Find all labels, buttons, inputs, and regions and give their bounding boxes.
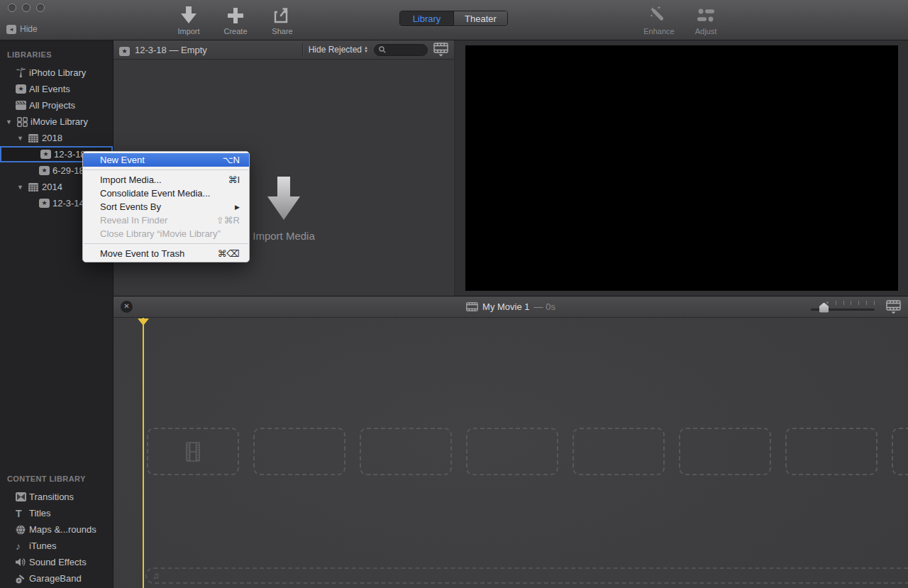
clip-placeholder (253, 428, 345, 475)
menu-item-import-media[interactable]: Import Media... ⌘I (83, 173, 249, 187)
hide-sidebar-button[interactable]: ◂ Hide (6, 24, 38, 34)
shortcut-label: ⇧⌘R (216, 215, 240, 226)
minimize-window-button[interactable] (22, 4, 31, 12)
menu-item-reveal-in-finder: Reveal In Finder ⇧⌘R (83, 213, 249, 227)
sidebar-item-label: All Projects (29, 100, 75, 111)
content-library-header: CONTENT LIBRARY (0, 465, 114, 483)
menu-item-move-event-to-trash[interactable]: Move Event to Trash ⌘⌫ (83, 247, 249, 260)
library-grid-icon (17, 117, 31, 127)
sidebar-item-label: 12-3-18 (54, 149, 86, 160)
video-preview (465, 45, 898, 291)
sidebar-item-sound-effects[interactable]: Sound Effects (0, 554, 114, 570)
sidebar-item-itunes[interactable]: ♪ iTunes (0, 538, 114, 554)
sidebar-item-label: 2014 (42, 182, 62, 192)
submenu-arrow-icon: ▶ (235, 204, 240, 211)
sidebar-item-garageband[interactable]: GarageBand (0, 570, 114, 587)
shortcut-label: ⌘⌫ (218, 248, 240, 259)
sidebar-item-label: Transitions (29, 492, 74, 502)
transitions-icon (16, 492, 29, 501)
sidebar-item-all-projects[interactable]: All Projects (0, 97, 113, 113)
window-controls (8, 4, 45, 12)
menu-item-close-library: Close Library “iMovie Library” (83, 227, 249, 240)
search-input[interactable] (389, 45, 423, 54)
playhead-line[interactable] (143, 318, 144, 588)
clapper-icon (16, 101, 29, 110)
music-note-icon: ♪ (16, 540, 29, 552)
share-button[interactable]: Share (264, 6, 301, 35)
create-button[interactable]: Create (217, 6, 254, 35)
clip-placeholder (892, 428, 908, 475)
sidebar-item-imovie-library[interactable]: ▼ iMovie Library (0, 113, 113, 130)
event-browser-header: ★ 12-3-18 — Empty Hide Rejected ▲▼ (114, 40, 454, 60)
star-box-icon: ★ (39, 166, 52, 175)
search-icon (379, 46, 386, 53)
timeline-header: ✕ My Movie 1 — 0s (114, 296, 908, 318)
audio-note-icon: ♫ (153, 570, 160, 581)
sidebar-item-label: Maps &...rounds (29, 524, 96, 535)
plus-icon (228, 6, 243, 23)
sidebar: LIBRARIES iPhoto Library ★ All Events (0, 40, 114, 588)
timeline-settings-icon[interactable] (886, 300, 901, 314)
sidebar-item-label: All Events (29, 84, 70, 94)
sidebar-item-2018[interactable]: ▼ 2018 (0, 130, 113, 146)
close-window-button[interactable] (8, 4, 16, 12)
sidebar-item-label: iPhoto Library (29, 67, 86, 78)
filmstrip-placeholder-icon (186, 442, 200, 462)
star-box-icon: ★ (39, 199, 52, 208)
sidebar-item-iphoto-library[interactable]: iPhoto Library (0, 65, 113, 81)
close-timeline-icon[interactable]: ✕ (121, 301, 133, 313)
audio-track-placeholder: ♫ (145, 567, 908, 584)
menu-separator (84, 170, 248, 170)
clip-placeholder (360, 428, 452, 475)
filter-dropdown[interactable]: Hide Rejected ▲▼ (309, 45, 368, 55)
adjust-button[interactable]: Adjust (687, 6, 724, 35)
disclosure-triangle-icon[interactable]: ▼ (6, 118, 17, 126)
sidebar-item-label: Sound Effects (29, 557, 87, 567)
search-field[interactable] (374, 44, 428, 56)
clip-placeholder (466, 428, 558, 475)
sidebar-item-transitions[interactable]: Transitions (0, 489, 114, 505)
menu-item-new-event[interactable]: New Event ⌥N (83, 153, 249, 167)
event-star-icon: ★ (119, 43, 130, 56)
sidebar-item-all-events[interactable]: ★ All Events (0, 81, 113, 97)
zoom-slider-ticks (826, 301, 875, 305)
big-import-arrow-icon (267, 177, 300, 221)
clip-placeholder (147, 428, 239, 475)
view-switcher: Library Theater (399, 11, 508, 26)
tab-library[interactable]: Library (400, 11, 454, 26)
menu-item-sort-events-by[interactable]: Sort Events By ▶ (83, 200, 249, 213)
context-menu: New Event ⌥N Import Media... ⌘I Consolid… (82, 151, 250, 262)
palm-tree-icon (16, 67, 29, 78)
clip-placeholder (572, 428, 665, 475)
sidebar-item-maps-backgrounds[interactable]: Maps &...rounds (0, 521, 114, 538)
timeline-body[interactable]: ♫ (114, 318, 908, 588)
hide-label: Hide (20, 24, 38, 34)
tab-theater[interactable]: Theater (454, 11, 507, 26)
divider (302, 43, 303, 56)
libraries-header: LIBRARIES (0, 40, 113, 59)
content-library-section: CONTENT LIBRARY Transitions T Titles Map… (0, 465, 114, 587)
enhance-button[interactable]: Enhance (641, 6, 677, 35)
timeline: ✕ My Movie 1 — 0s (114, 296, 908, 588)
zoom-window-button[interactable] (36, 4, 45, 12)
disclosure-triangle-icon[interactable]: ▼ (17, 184, 28, 191)
import-arrow-icon (181, 6, 196, 23)
speaker-icon (16, 558, 29, 567)
shortcut-label: ⌥N (223, 155, 240, 165)
clip-placeholder (785, 428, 877, 475)
disclosure-triangle-icon[interactable]: ▼ (17, 135, 28, 142)
import-button[interactable]: Import (170, 6, 207, 35)
titles-icon: T (16, 508, 29, 519)
menu-item-consolidate-event-media[interactable]: Consolidate Event Media... (83, 187, 249, 200)
calendar-icon (28, 134, 42, 143)
zoom-slider[interactable] (811, 300, 875, 314)
clip-appearance-icon[interactable] (433, 43, 448, 57)
toolbar: ◂ Hide Import Create Share (0, 0, 908, 40)
menu-separator (84, 243, 248, 244)
sidebar-item-titles[interactable]: T Titles (0, 505, 114, 521)
sidebar-item-label: iMovie Library (31, 116, 88, 127)
star-box-icon: ★ (16, 84, 29, 94)
hide-panel-icon: ◂ (6, 25, 16, 34)
sidebar-item-label: iTunes (29, 540, 57, 551)
share-icon (274, 6, 291, 23)
